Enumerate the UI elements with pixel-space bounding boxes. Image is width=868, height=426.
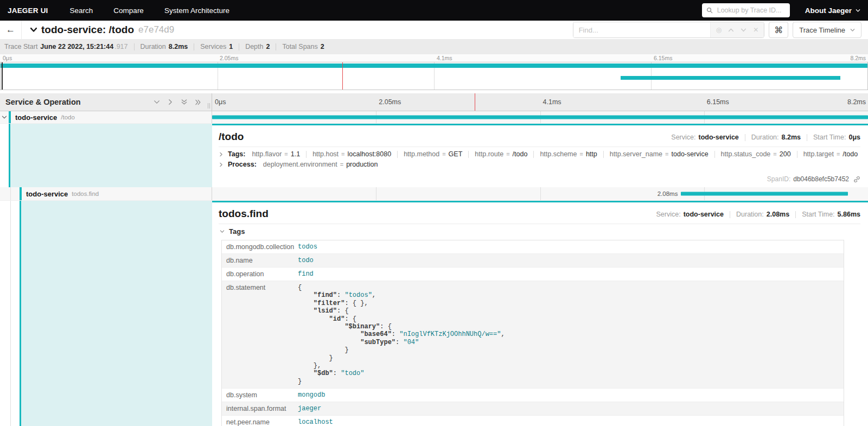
timeline-tick-label: 2.05ms (220, 55, 238, 61)
tag-table-row: db.operationfind (222, 268, 844, 281)
tag-table-row: db.mongodb.collectiontodos (222, 240, 844, 254)
span-id: SpanID: db046b8efc5b7452 (767, 175, 860, 183)
minimap-span-bar-todos-find (621, 76, 841, 80)
tag-key: db.statement (222, 281, 293, 388)
trace-duration: Duration8.2ms (141, 43, 188, 50)
tag-value: { "find": "todos", "filter": { }, "lsid"… (293, 281, 844, 388)
timeline-tick-label: 4.1ms (437, 55, 452, 61)
span-service-name: todo-service (15, 113, 57, 122)
expand-one-icon[interactable] (167, 99, 174, 105)
brand-jaeger-ui[interactable]: JAEGER UI (8, 7, 48, 15)
tag-pill: http.status_code=200 (721, 150, 791, 158)
trace-id-short: e7e74d9 (138, 24, 174, 35)
pill-separator (306, 151, 307, 158)
trace-total-spans: Total Spans2 (282, 43, 324, 50)
column-resizer-handle[interactable] (208, 103, 210, 111)
timeline-tick-label: 0μs (3, 55, 12, 61)
next-match-icon[interactable] (741, 27, 746, 33)
minimap-scrubber-handle[interactable] (2, 62, 3, 90)
timeline-tick-label: 4.1ms (543, 98, 561, 106)
trace-id-lookup[interactable] (702, 3, 790, 17)
span-detail-todos-find: todos.find Service:todo-service Duration… (0, 201, 868, 426)
tag-pill: http.target=/todo (803, 150, 858, 158)
tag-value: find (293, 268, 844, 281)
span-detail-todo: /todo Service:todo-service Duration:8.2m… (0, 124, 868, 187)
tag-table-row: db.statement{ "find": "todos", "filter":… (222, 281, 844, 389)
top-nav: JAEGER UI Search Compare System Architec… (0, 0, 868, 21)
tag-key: db.operation (222, 268, 293, 281)
tag-key: net.peer.name (222, 416, 293, 426)
tag-pill: http.scheme=http (540, 150, 597, 158)
tags-accordion-todos-find[interactable]: Tags (220, 227, 860, 236)
clear-find-icon[interactable]: ✕ (753, 27, 758, 33)
span-color-accent (9, 111, 11, 123)
timeline-gridline (376, 187, 376, 200)
span-row-todos-find[interactable]: todo-service todos.find 2.08ms (0, 187, 868, 201)
tag-key: db.mongodb.collection (222, 240, 293, 253)
timeline-tick-label: 6.15ms (707, 98, 729, 106)
minimap-tick-labels: 0μs2.05ms4.1ms6.15ms8.2ms (0, 54, 868, 62)
tags-accordion-todo[interactable]: Tags: http.flavor=1.1http.host=localhost… (219, 150, 860, 158)
tag-table-row: db.systemmongodb (222, 389, 844, 402)
trace-title-bar: ← todo-service: /todo e7e74d9 ◎ ✕ (0, 21, 868, 39)
timeline-tick-label: 2.05ms (379, 98, 401, 106)
tag-value: todo (293, 254, 844, 267)
tag-pill: http.host=localhost:8080 (312, 150, 391, 158)
span-row-timeline[interactable]: 2.08ms (212, 187, 868, 200)
nav-item-compare[interactable]: Compare (113, 7, 144, 15)
keyboard-shortcuts-button[interactable]: ⌘ (769, 22, 788, 38)
focus-match-icon[interactable]: ◎ (716, 27, 722, 33)
tag-pill: http.flavor=1.1 (252, 150, 300, 158)
prev-match-icon[interactable] (728, 27, 734, 33)
collapse-trace-chevron-icon[interactable] (30, 26, 37, 34)
collapse-all-icon[interactable] (181, 99, 188, 105)
back-button[interactable]: ← (0, 21, 22, 39)
pill-separator (397, 151, 398, 158)
timeline-tick-label: 8.2ms (847, 98, 866, 106)
trace-services: Services1 (200, 43, 233, 50)
tag-key: db.system (222, 389, 293, 402)
pill-separator (468, 151, 469, 158)
chevron-down-icon (220, 229, 225, 234)
nav-item-search[interactable]: Search (70, 7, 93, 15)
tag-value: localhost (293, 416, 844, 426)
span-operation-name: /todo (61, 114, 75, 120)
search-icon (706, 7, 713, 14)
expand-all-icon[interactable] (195, 99, 201, 106)
timeline-minimap[interactable] (0, 62, 868, 90)
span-detail-title: /todo (219, 131, 244, 143)
span-detail-indent (0, 201, 212, 426)
span-color-accent (20, 187, 22, 200)
tag-key: internal.span.format (222, 402, 293, 415)
tag-table-row: db.nametodo (222, 254, 844, 268)
tag-key-value-table: db.mongodb.collectiontodosdb.nametododb.… (221, 240, 844, 426)
chevron-right-icon (219, 152, 224, 157)
deep-link-icon[interactable] (853, 176, 860, 183)
about-jaeger-menu[interactable]: About Jaeger (805, 7, 860, 15)
timeline-tick-label: 8.2ms (850, 55, 866, 61)
process-accordion-todo[interactable]: Process: deployment.environment=producti… (219, 161, 860, 168)
trace-id-lookup-input[interactable] (716, 6, 786, 15)
span-duration-bar-todos-find[interactable] (681, 192, 847, 196)
minimap-cursor-line (342, 62, 343, 90)
tag-table-row: net.peer.namelocalhost (222, 416, 844, 426)
span-duration-bar-todo[interactable] (212, 116, 868, 119)
span-row-todo[interactable]: todo-service /todo (0, 111, 868, 124)
nav-item-system-architecture[interactable]: System Architecture (164, 7, 229, 15)
pill-separator (797, 151, 797, 158)
collapse-one-icon[interactable] (154, 99, 160, 105)
timeline-axis-header: 0μs2.05ms4.1ms6.15ms8.2ms (212, 93, 868, 111)
tag-table-row: internal.span.formatjaeger (222, 402, 844, 416)
trace-view-select[interactable]: Trace Timeline (793, 22, 861, 38)
page-title: todo-service: /todo (41, 24, 134, 36)
trace-depth: Depth2 (245, 43, 270, 50)
chevron-right-icon (219, 162, 224, 167)
span-row-timeline[interactable] (212, 111, 868, 123)
trace-summary-bar: Trace Start June 22 2022, 15:21:44.917 D… (0, 39, 868, 54)
collapse-span-chevron-icon[interactable] (0, 115, 9, 120)
trace-start: Trace Start June 22 2022, 15:21:44.917 (4, 43, 128, 50)
find-input[interactable] (573, 22, 710, 37)
tag-pill: http.method=GET (404, 150, 462, 158)
timeline-cursor-line (475, 93, 475, 111)
span-service-name: todo-service (26, 190, 68, 198)
